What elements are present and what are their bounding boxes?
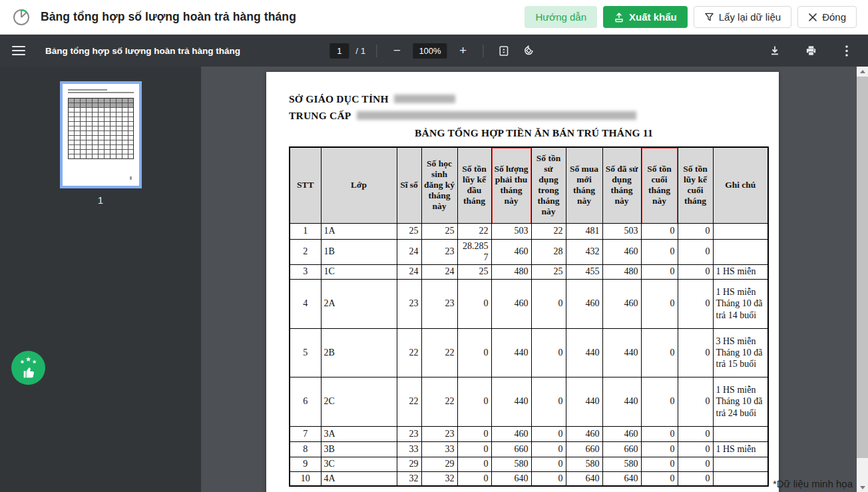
table-cell: 460 xyxy=(491,239,531,264)
table-cell: 503 xyxy=(491,223,531,239)
table-cell: 3 HS miễn Tháng 10 đã trả 15 buổi xyxy=(713,328,768,377)
table-cell: 25 xyxy=(421,223,457,239)
org-line-2: TRUNG CẤP xyxy=(289,110,779,122)
vertical-scrollbar[interactable] xyxy=(857,67,868,492)
thumbnail-text-lines xyxy=(63,84,139,93)
table-cell xyxy=(713,223,768,239)
download-button[interactable] xyxy=(765,41,784,60)
table-cell: 23 xyxy=(397,426,421,441)
table-cell: 640 xyxy=(602,471,641,486)
table-cell: 29 xyxy=(421,457,457,471)
table-cell: 25 xyxy=(397,223,421,239)
table-header-cell: Số tồn lũy kế đầu tháng xyxy=(457,147,491,223)
table-header-cell: Ghi chú xyxy=(713,147,768,223)
table-cell: 0 xyxy=(678,223,713,239)
table-cell: 0 xyxy=(457,441,491,457)
thumbnail-panel: 1 ★★★ xyxy=(0,67,201,492)
table-cell: 460 xyxy=(566,426,602,441)
table-cell: 6 xyxy=(290,377,321,426)
pdf-page-area: SỞ GIÁO DỤC TỈNH TRUNG CẤP BẢNG TỔNG HỢP… xyxy=(201,67,857,492)
table-cell: 440 xyxy=(491,328,531,377)
table-cell: 22 xyxy=(397,328,421,377)
table-cell: 460 xyxy=(491,426,531,441)
table-cell: 660 xyxy=(566,441,602,457)
app-window: Bảng tổng hợp số lượng hoàn trả hàng thá… xyxy=(0,0,868,492)
table-cell: 660 xyxy=(602,441,641,457)
table-cell: 0 xyxy=(531,471,566,486)
print-button[interactable] xyxy=(801,41,820,60)
table-cell: 440 xyxy=(566,328,602,377)
scrollbar-thumb[interactable] xyxy=(857,77,868,458)
table-cell: 28.2857 xyxy=(457,239,491,264)
table-cell: 0 xyxy=(641,223,678,239)
table-cell: 1 HS miễn xyxy=(713,441,768,457)
table-cell: 3B xyxy=(321,441,397,457)
table-cell: 0 xyxy=(531,457,566,471)
zoom-level-label: 100% xyxy=(413,43,447,59)
page-total-label: / 1 xyxy=(355,46,365,56)
table-header-row: STTLớpSĩ sốSố học sinh đăng ký tháng này… xyxy=(290,147,768,223)
table-cell: 25 xyxy=(457,264,491,279)
refetch-data-button[interactable]: Lấy lại dữ liệu xyxy=(694,6,791,28)
feedback-button[interactable]: ★★★ xyxy=(11,351,45,385)
pdf-toolbar-right xyxy=(765,41,856,60)
table-cell: 0 xyxy=(641,377,678,426)
table-cell: 0 xyxy=(531,426,566,441)
zoom-out-button[interactable]: − xyxy=(387,41,406,60)
more-options-button[interactable] xyxy=(837,41,856,60)
table-cell: 32 xyxy=(421,471,457,486)
table-cell: 2B xyxy=(321,328,397,377)
org-line-1-label: SỞ GIÁO DỤC TỈNH xyxy=(289,93,389,105)
table-cell: 0 xyxy=(678,471,713,486)
table-cell: 1B xyxy=(321,239,397,264)
table-cell: 0 xyxy=(457,328,491,377)
table-cell: 23 xyxy=(421,239,457,264)
highlight-box xyxy=(491,147,531,223)
scrollbar-up-arrow-icon[interactable] xyxy=(857,67,868,76)
table-cell: 23 xyxy=(397,279,421,328)
table-cell: 480 xyxy=(602,264,641,279)
table-row: 93C29290580058058000 xyxy=(290,457,768,471)
table-header-cell: Số tồn lũy kế cuối tháng xyxy=(678,147,713,223)
org-line-2-label: TRUNG CẤP xyxy=(289,110,351,121)
table-cell: 0 xyxy=(457,471,491,486)
export-button[interactable]: Xuất khẩu xyxy=(603,6,688,28)
table-cell: 0 xyxy=(641,426,678,441)
pdf-page-zoom-controls: / 1 − 100% + xyxy=(329,35,538,67)
table-cell: 22 xyxy=(421,328,457,377)
table-cell: 0 xyxy=(457,377,491,426)
table-header-cell: Sĩ số xyxy=(397,147,421,223)
table-cell: 580 xyxy=(566,457,602,471)
close-button[interactable]: Đóng xyxy=(797,6,857,28)
rotate-button[interactable] xyxy=(520,41,539,60)
table-header-cell: Số học sinh đăng ký tháng này xyxy=(421,147,457,223)
page-thumbnail[interactable]: 1 xyxy=(60,81,142,206)
thumbnail-page-label: 1 xyxy=(60,194,142,206)
table-cell: 0 xyxy=(641,457,678,471)
menu-icon[interactable] xyxy=(12,46,25,55)
fit-to-page-button[interactable] xyxy=(495,41,513,60)
table-cell: 28 xyxy=(531,239,566,264)
zoom-in-button[interactable]: + xyxy=(454,41,473,60)
close-button-label: Đóng xyxy=(822,11,846,23)
table-cell xyxy=(713,457,768,471)
table-cell: 0 xyxy=(641,328,678,377)
table-cell: 0 xyxy=(641,471,678,486)
table-cell: 24 xyxy=(421,264,457,279)
page-number-input[interactable] xyxy=(329,43,349,59)
table-cell: 3 xyxy=(290,264,321,279)
print-icon xyxy=(805,45,817,57)
org-line-1: SỞ GIÁO DỤC TỈNH xyxy=(289,93,779,105)
table-header-cell: Số tồn cuối tháng này xyxy=(641,147,678,223)
table-cell: 9 xyxy=(290,457,321,471)
scrollbar-down-arrow-icon[interactable] xyxy=(857,483,868,492)
table-row: 83B333306600660660001 HS miễn xyxy=(290,441,768,457)
table-cell: 22 xyxy=(397,377,421,426)
table-cell: 0 xyxy=(678,441,713,457)
table-cell: 460 xyxy=(602,426,641,441)
table-cell: 1A xyxy=(321,223,397,239)
table-cell: 29 xyxy=(397,457,421,471)
table-header-cell: Số lượng phải thu tháng này xyxy=(491,147,531,223)
guide-button[interactable]: Hướng dẫn xyxy=(525,6,597,28)
table-cell: 1C xyxy=(321,264,397,279)
